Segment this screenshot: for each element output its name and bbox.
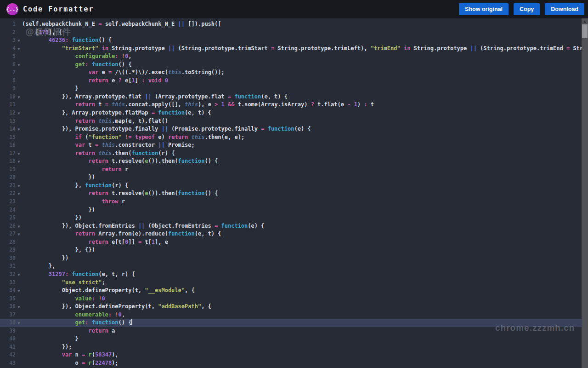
line-number: 37 (0, 311, 16, 319)
copy-button[interactable]: Copy (514, 3, 540, 15)
line-number: 42 (0, 351, 16, 359)
code-line: 16 var t = this.constructor || Promise; (0, 141, 588, 150)
line-number: 36 (0, 303, 16, 311)
vertical-scrollbar[interactable]: ▲ (582, 18, 588, 368)
code-line: 14▼ }), Promise.prototype.finally || (Pr… (0, 125, 588, 133)
code-text: return t.resolve(e()).then(function() { (22, 190, 218, 198)
fold-chevron-icon[interactable]: ▼ (16, 303, 22, 311)
fold-chevron-icon[interactable]: ▼ (16, 93, 22, 102)
download-button[interactable]: Download (545, 3, 584, 15)
fold-chevron-icon[interactable]: ▼ (16, 319, 22, 328)
code-text: "trimStart" in String.prototype || (Stri… (22, 45, 588, 53)
code-line: 5 configurable: !0, (0, 52, 588, 61)
code-editor[interactable]: 1(self.webpackChunk_N_E = self.webpackCh… (0, 18, 588, 368)
fold-chevron-icon[interactable]: ▼ (16, 287, 22, 295)
code-text: return Array.from(e).reduce(function(e, … (22, 230, 221, 238)
fold-chevron-icon[interactable]: ▼ (16, 45, 22, 53)
line-number: 32 (0, 270, 16, 279)
code-text: return e[t[0]] = t[1], e (22, 238, 168, 247)
code-line: 19 return r (0, 166, 588, 174)
fold-chevron-icon[interactable]: ▼ (16, 157, 22, 166)
code-line: 40 } (0, 335, 588, 343)
code-text: Object.defineProperty(t, "__esModule", { (22, 287, 195, 295)
code-line: 17▼ return this.then(function(r) { (0, 150, 588, 158)
code-line: 3▼ 46236: function() { (0, 36, 588, 45)
code-line: 7 var e = /\((.*)\)/.exec(this.toString(… (0, 69, 588, 77)
line-number: 15 (0, 133, 16, 142)
fold-chevron-icon[interactable]: ▼ (16, 190, 22, 198)
code-line: 11 return t = this.concat.apply([], this… (0, 101, 588, 109)
code-text: }) (22, 254, 68, 263)
line-number: 31 (0, 262, 16, 270)
scroll-up-arrow-icon[interactable]: ▲ (582, 18, 588, 24)
code-text: }, function(r) { (22, 182, 128, 190)
fold-chevron-icon[interactable]: ▼ (16, 150, 22, 158)
code-text: }), Promise.prototype.finally || (Promis… (22, 125, 311, 133)
code-line: 35 value: !0 (0, 295, 588, 303)
line-number: 23 (0, 198, 16, 206)
scrollbar-thumb[interactable] (582, 24, 588, 38)
line-number: 21 (0, 182, 16, 190)
fold-chevron-icon[interactable]: ▼ (16, 230, 22, 239)
fold-chevron-icon[interactable]: ▼ (16, 222, 22, 231)
line-number: 8 (0, 77, 16, 85)
show-original-button[interactable]: Show original (459, 3, 509, 15)
code-line: 42 var n = r(58347), (0, 351, 588, 359)
app-logo-icon: {..} (6, 3, 18, 15)
code-line: 15 if ("function" != typeof e) return th… (0, 133, 588, 142)
code-text: return r (22, 166, 128, 174)
code-line: 10▼ }), Array.prototype.flat || (Array.p… (0, 93, 588, 101)
line-number: 17 (0, 150, 16, 158)
line-number: 4 (0, 45, 16, 53)
fold-chevron-icon[interactable]: ▼ (16, 109, 22, 118)
code-text: return a (22, 327, 115, 335)
line-number: 11 (0, 101, 16, 109)
fold-chevron-icon[interactable]: ▼ (16, 182, 22, 190)
code-text: }, Array.prototype.flatMap = function(e,… (22, 109, 211, 117)
line-number: 41 (0, 343, 16, 351)
code-text: var e = /\((.*)\)/.exec(this.toString())… (22, 69, 225, 77)
code-line: 41 }); (0, 343, 588, 351)
code-lines-container: 1(self.webpackChunk_N_E = self.webpackCh… (0, 20, 588, 368)
code-text: }), Object.fromEntries || (Object.fromEn… (22, 222, 264, 230)
fold-chevron-icon[interactable]: ▼ (16, 270, 22, 279)
code-line: 1(self.webpackChunk_N_E = self.webpackCh… (0, 20, 588, 29)
code-text: }, (22, 262, 55, 270)
line-number: 22 (0, 190, 16, 198)
code-line: 34▼ Object.defineProperty(t, "__esModule… (0, 287, 588, 295)
code-line: 36▼ }), Object.defineProperty(t, "addBas… (0, 303, 588, 311)
line-number: 40 (0, 335, 16, 343)
code-line: 20 }) (0, 173, 588, 182)
code-line: 12▼ }, Array.prototype.flatMap = functio… (0, 109, 588, 117)
line-number: 33 (0, 279, 16, 287)
line-number: 29 (0, 246, 16, 254)
code-text: return this.then(function(r) { (22, 150, 175, 158)
code-line: 2 [179], { (0, 29, 588, 37)
line-number: 35 (0, 295, 16, 303)
fold-chevron-icon[interactable]: ▼ (16, 61, 22, 69)
code-text: enumerable: !0, (22, 311, 125, 319)
fold-chevron-icon[interactable]: ▼ (16, 125, 22, 134)
code-line: 28 return e[t[0]] = t[1], e (0, 238, 588, 247)
line-number: 39 (0, 327, 16, 335)
line-number: 1 (0, 20, 16, 29)
code-text: configurable: !0, (22, 52, 131, 61)
line-number: 27 (0, 230, 16, 238)
line-number: 3 (0, 36, 16, 45)
line-number: 9 (0, 85, 16, 93)
code-line: 25 }) (0, 214, 588, 222)
code-text: }) (22, 173, 95, 182)
plugin-watermark: @极简插件 (25, 26, 71, 38)
code-text: var n = r(58347), (22, 351, 119, 359)
code-text: throw r (22, 198, 125, 206)
code-text: get: function() { (22, 61, 131, 69)
site-watermark: chrome.zzzmh.cn (495, 323, 575, 333)
code-text: "use strict"; (22, 279, 105, 287)
fold-chevron-icon[interactable]: ▼ (16, 36, 22, 45)
line-number: 18 (0, 157, 16, 166)
line-number: 30 (0, 254, 16, 263)
header-actions: Show original Copy Download (459, 3, 584, 15)
code-line: 37 enumerable: !0, (0, 311, 588, 319)
code-text: }) (22, 206, 95, 214)
code-line: 31 }, (0, 262, 588, 270)
